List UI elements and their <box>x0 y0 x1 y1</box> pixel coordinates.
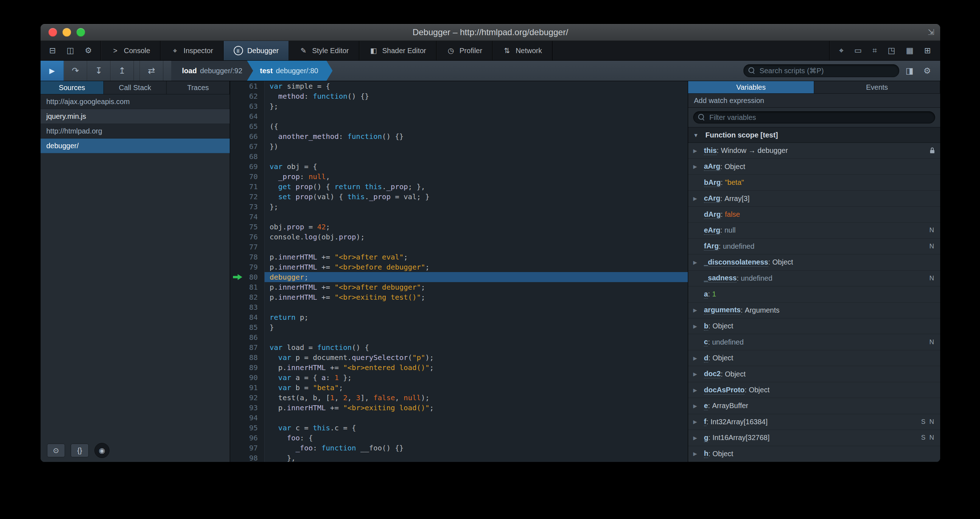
code-text[interactable]: _foo: function __foo() {} <box>264 443 688 453</box>
devtools-tab-console[interactable]: >Console <box>101 41 161 60</box>
variable-row[interactable]: fArg: undefinedN <box>688 239 940 255</box>
expander-arrow-icon[interactable]: ▶ <box>693 371 704 377</box>
expander-arrow-icon[interactable]: ▶ <box>693 260 704 265</box>
code-text[interactable]: _prop: null, <box>264 172 688 181</box>
toggle-pause-on-exceptions-button[interactable]: ⇄ <box>140 60 163 81</box>
code-text[interactable] <box>264 302 688 312</box>
expander-arrow-icon[interactable]: ▶ <box>693 419 704 425</box>
variable-row[interactable]: ▶d: Object <box>688 350 940 366</box>
toggle-visibility-button[interactable]: ⊙ <box>47 444 65 457</box>
code-text[interactable]: var simple = { <box>264 81 688 91</box>
line-number[interactable]: 84 <box>230 312 264 322</box>
add-watch-expression[interactable]: Add watch expression <box>688 94 940 108</box>
expander-arrow-icon[interactable]: ▶ <box>693 355 704 361</box>
code-text[interactable]: }; <box>264 101 688 111</box>
code-text[interactable]: }; <box>264 202 688 212</box>
code-text[interactable]: console.log(obj.prop); <box>264 232 688 242</box>
expander-arrow-icon[interactable]: ▶ <box>693 307 704 313</box>
devtools-tab-debugger[interactable]: ||Debugger <box>224 41 290 60</box>
code-text[interactable]: ({ <box>264 121 688 131</box>
code-text[interactable]: set prop(val) { this._prop = val; } <box>264 192 688 202</box>
variable-row[interactable]: eArg: nullN <box>688 223 940 238</box>
code-text[interactable] <box>264 212 688 222</box>
line-number[interactable]: 66 <box>230 131 264 142</box>
variable-row[interactable]: ▶aArg: Object <box>688 159 940 174</box>
sources-tab-sources[interactable]: Sources <box>41 81 104 94</box>
line-number[interactable]: 71 <box>230 181 264 192</box>
line-number[interactable]: 90 <box>230 373 264 383</box>
line-number[interactable]: 73 <box>230 202 264 212</box>
line-number[interactable]: 72 <box>230 192 264 202</box>
devtools-tab-style-editor[interactable]: ✎Style Editor <box>289 41 359 60</box>
line-number[interactable]: 93 <box>230 403 264 413</box>
variables-tab-events[interactable]: Events <box>814 81 940 93</box>
line-number[interactable]: 86 <box>230 332 264 342</box>
dock-bottom-icon[interactable]: ⊟ <box>49 46 56 55</box>
line-number[interactable]: 63 <box>230 101 264 111</box>
line-number[interactable]: 78 <box>230 252 264 262</box>
variable-row[interactable]: ▶_disconsolateness: Object <box>688 255 940 270</box>
code-text[interactable]: var a = { a: 1 }; <box>264 373 688 383</box>
line-number[interactable]: 94 <box>230 413 264 423</box>
line-number[interactable]: 91 <box>230 383 264 393</box>
step-over-button[interactable]: ↷ <box>64 60 87 81</box>
devtools-tab-inspector[interactable]: ⌖Inspector <box>161 41 223 60</box>
code-text[interactable]: p.innerHTML += "<br>after eval"; <box>264 252 688 262</box>
line-number[interactable]: 88 <box>230 352 264 363</box>
code-text[interactable]: get prop() { return this._prop; }, <box>264 181 688 192</box>
line-number[interactable]: 67 <box>230 142 264 151</box>
line-number[interactable]: 83 <box>230 302 264 312</box>
sources-tab-traces[interactable]: Traces <box>167 81 230 94</box>
code-text[interactable]: var p = document.querySelector("p"); <box>264 352 688 363</box>
expander-arrow-icon[interactable]: ▶ <box>693 435 704 441</box>
variable-row[interactable]: ▶arguments: Arguments <box>688 302 940 318</box>
code-text[interactable]: obj.prop = 42; <box>264 222 688 232</box>
settings-gear-icon[interactable]: ⚙ <box>85 46 92 55</box>
code-text[interactable]: p.innerHTML += "<br>before debugger"; <box>264 262 688 272</box>
variable-row[interactable]: dArg: false <box>688 207 940 223</box>
line-number[interactable]: 92 <box>230 393 264 403</box>
sources-tab-call-stack[interactable]: Call Stack <box>104 81 167 94</box>
variable-row[interactable]: ▶this: Window → debugger <box>688 143 940 159</box>
line-number[interactable]: 85 <box>230 322 264 332</box>
code-text[interactable] <box>264 413 688 423</box>
line-number[interactable]: 68 <box>230 151 264 161</box>
line-number[interactable]: 95 <box>230 423 264 433</box>
line-number[interactable]: 89 <box>230 363 264 373</box>
code-text[interactable]: var load = function() { <box>264 342 688 352</box>
variable-row[interactable]: bArg: "beta" <box>688 175 940 191</box>
source-item[interactable]: jquery.min.js <box>41 109 230 124</box>
source-item[interactable]: http://ajax.googleapis.com <box>41 94 230 109</box>
code-text[interactable]: var c = this.c = { <box>264 423 688 433</box>
devtools-tab-profiler[interactable]: ◷Profiler <box>436 41 493 60</box>
line-number[interactable]: 79 <box>230 262 264 272</box>
code-text[interactable] <box>264 111 688 121</box>
code-text[interactable]: test(a, b, [1, 2, 3], false, null); <box>264 393 688 403</box>
expander-arrow-icon[interactable]: ▶ <box>693 323 704 329</box>
variable-row[interactable]: c: undefinedN <box>688 334 940 350</box>
variable-row[interactable]: ▶doc2: Object <box>688 366 940 382</box>
line-number[interactable]: 74 <box>230 212 264 222</box>
step-in-button[interactable]: ↧ <box>87 60 111 81</box>
scratchpad-icon[interactable]: ⌗ <box>873 46 877 55</box>
pretty-print-button[interactable]: {} <box>71 444 89 457</box>
code-text[interactable]: p.innerHTML += "<br>entered load()"; <box>264 363 688 373</box>
code-text[interactable]: p.innerHTML += "<br>after debugger"; <box>264 282 688 292</box>
line-number[interactable]: 64 <box>230 111 264 121</box>
line-number[interactable]: 97 <box>230 443 264 453</box>
code-text[interactable]: var obj = { <box>264 161 688 172</box>
window-resize-icon[interactable]: ⇲ <box>928 28 934 37</box>
code-text[interactable] <box>264 332 688 342</box>
variable-row[interactable]: ▶e: ArrayBuffer <box>688 398 940 414</box>
filter-variables-input[interactable] <box>693 111 935 123</box>
collapse-arrow-icon[interactable]: ▼ <box>693 132 700 138</box>
expander-arrow-icon[interactable]: ▶ <box>693 451 704 457</box>
variable-row[interactable]: ▶docAsProto: Object <box>688 382 940 398</box>
variables-tab-variables[interactable]: Variables <box>688 81 814 93</box>
line-number[interactable]: 61 <box>230 81 264 91</box>
line-number[interactable]: 81 <box>230 282 264 292</box>
responsive-mode-icon[interactable]: ◳ <box>888 46 895 55</box>
variable-row[interactable]: ▶g: Int16Array[32768]S N <box>688 430 940 446</box>
code-text[interactable]: foo: { <box>264 433 688 443</box>
code-text[interactable]: }, <box>264 453 688 462</box>
